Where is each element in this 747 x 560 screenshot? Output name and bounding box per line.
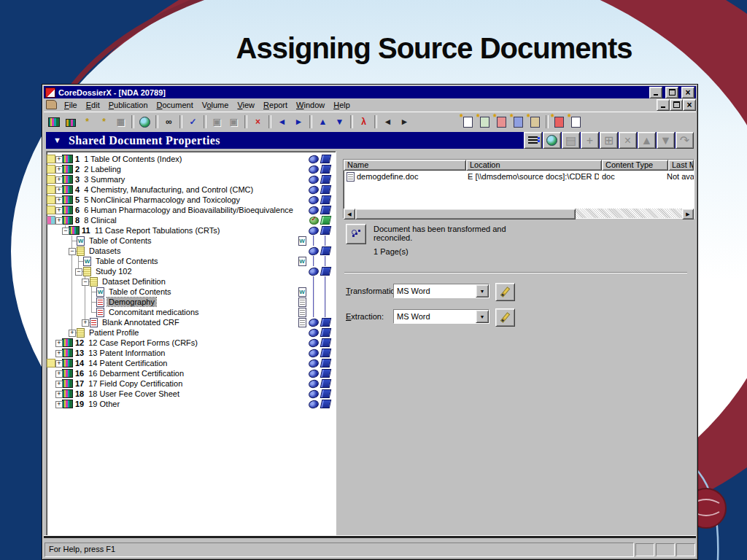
scrollbar-thumb[interactable] bbox=[355, 209, 576, 219]
expand-box[interactable]: + bbox=[69, 330, 76, 337]
tree-item[interactable]: +33 Summary bbox=[47, 174, 336, 184]
publish-globe-button[interactable] bbox=[136, 114, 153, 130]
move-right-button[interactable]: ► bbox=[290, 114, 307, 130]
tree-item[interactable]: −Study 102 bbox=[47, 266, 336, 276]
tree-item[interactable]: +Blank Annotated CRF bbox=[47, 317, 336, 327]
expand-box[interactable]: + bbox=[55, 391, 63, 398]
extraction-combobox[interactable]: MS Word ▼ bbox=[393, 309, 489, 324]
mdi-close-button[interactable]: × bbox=[683, 99, 696, 111]
new-text-doc-button[interactable] bbox=[460, 114, 476, 130]
expand-box[interactable]: + bbox=[55, 176, 63, 184]
tree-item-label[interactable]: Table of Contents bbox=[88, 236, 153, 245]
expand-box[interactable]: + bbox=[55, 156, 63, 163]
tree-item[interactable]: +44 Chemistry, Manufacturing, and Contro… bbox=[47, 184, 336, 195]
tree-item[interactable]: +1818 User Fee Cover Sheet bbox=[47, 389, 336, 399]
tree-item-label[interactable]: Datasets bbox=[88, 246, 122, 255]
column-header-content-type[interactable]: Content Type bbox=[602, 160, 668, 171]
collapse-box[interactable]: − bbox=[62, 228, 69, 235]
restore-button[interactable] bbox=[665, 87, 678, 98]
expand-box[interactable]: + bbox=[55, 166, 63, 174]
menu-document[interactable]: Document bbox=[152, 100, 198, 110]
tree-item-label[interactable]: 17 Field Copy Certification bbox=[87, 379, 184, 388]
menu-window[interactable]: Window bbox=[292, 100, 329, 110]
collapse-triangle-icon[interactable]: ▼ bbox=[53, 136, 61, 144]
tree-item-label[interactable]: 14 Patent Certification bbox=[87, 359, 169, 368]
menu-edit[interactable]: Edit bbox=[82, 100, 104, 110]
expand-box[interactable]: + bbox=[55, 187, 63, 194]
expand-box[interactable]: + bbox=[55, 360, 63, 368]
menu-report[interactable]: Report bbox=[259, 100, 292, 110]
expand-box[interactable]: + bbox=[55, 381, 63, 388]
title-bar[interactable]: CoreDossierX - [NDA 20789] × bbox=[44, 86, 696, 98]
tree-item-label[interactable]: 13 Patent Information bbox=[87, 349, 166, 357]
import-word-button[interactable] bbox=[568, 114, 584, 130]
splitter-bar[interactable] bbox=[44, 535, 696, 540]
collapse-box[interactable]: − bbox=[75, 268, 82, 276]
acrobat-button[interactable]: λ bbox=[355, 114, 372, 130]
add-volume-list-button[interactable]: * bbox=[96, 114, 112, 130]
library-button[interactable] bbox=[45, 114, 62, 130]
tree-item[interactable]: Table of Contents bbox=[47, 287, 336, 297]
column-header-location[interactable]: Location bbox=[466, 160, 602, 171]
add-document-list-button[interactable]: * bbox=[79, 114, 96, 130]
column-header-last-modified[interactable]: Last Modified bbox=[668, 160, 694, 171]
mdi-minimize-button[interactable] bbox=[657, 99, 670, 111]
web-view-button[interactable] bbox=[543, 132, 561, 149]
tree-item-label[interactable]: Demography bbox=[107, 298, 156, 306]
move-left-button[interactable]: ◄ bbox=[274, 114, 290, 130]
transformation-edit-button[interactable] bbox=[495, 283, 515, 301]
expand-box[interactable]: + bbox=[55, 340, 63, 347]
tree-item[interactable]: +Patient Profile bbox=[47, 327, 336, 338]
tree-item-label[interactable]: 16 Debarment Certification bbox=[87, 369, 185, 378]
tree-item-label[interactable]: 12 Case Report Forms (CRFs) bbox=[87, 338, 199, 347]
horizontal-scrollbar[interactable]: ◀ ▶ bbox=[344, 209, 694, 218]
move-down-button[interactable]: ▼ bbox=[331, 114, 348, 130]
tree-item-label[interactable]: 8 Clinical bbox=[82, 216, 118, 225]
scroll-right-button[interactable]: ▶ bbox=[682, 209, 694, 219]
tree-item-label[interactable]: 2 Labeling bbox=[82, 165, 123, 174]
expand-box[interactable]: + bbox=[55, 370, 63, 378]
tree-item-label[interactable]: 4 Chemistry, Manufacturing, and Control … bbox=[82, 185, 255, 194]
tree-item-label[interactable]: 5 NonClinical Pharmacology and Toxicolog… bbox=[82, 195, 241, 204]
tree-item-label[interactable]: Study 102 bbox=[94, 267, 133, 276]
move-up-button[interactable]: ▲ bbox=[314, 114, 331, 130]
tree-item-label[interactable]: Blank Annotated CRF bbox=[101, 318, 181, 327]
expand-box[interactable]: + bbox=[55, 207, 63, 214]
column-header-name[interactable]: Name bbox=[344, 160, 466, 171]
scrollbar-track[interactable] bbox=[576, 209, 682, 218]
menu-help[interactable]: Help bbox=[329, 100, 355, 110]
volume-books-button[interactable] bbox=[62, 114, 79, 130]
tree-item-label[interactable]: 11 Case Report Tabulations (CRTs) bbox=[93, 226, 222, 235]
tree-item-label[interactable]: 18 User Fee Cover Sheet bbox=[87, 389, 181, 398]
new-binary-doc-button[interactable] bbox=[510, 114, 527, 130]
tree-item[interactable]: +22 Labeling bbox=[47, 164, 336, 174]
tree-item-label[interactable]: Table of Contents bbox=[107, 287, 173, 296]
tree-item-label[interactable]: Dataset Definition bbox=[101, 277, 167, 286]
expand-box[interactable]: + bbox=[55, 401, 63, 408]
menu-publication[interactable]: Publication bbox=[104, 100, 152, 110]
transform-status-button[interactable] bbox=[346, 224, 366, 244]
collapse-box[interactable]: − bbox=[82, 279, 89, 286]
tree-item[interactable]: −Dataset Definition bbox=[47, 276, 336, 287]
expand-box[interactable]: + bbox=[82, 319, 89, 327]
delete-button[interactable]: × bbox=[249, 114, 266, 130]
tree-item[interactable]: +1717 Field Copy Certification bbox=[47, 378, 336, 389]
dropdown-arrow-icon[interactable]: ▼ bbox=[476, 310, 489, 323]
expand-box[interactable]: + bbox=[55, 350, 63, 357]
page-prev-button[interactable]: ◄ bbox=[379, 114, 396, 130]
new-image-doc-button[interactable] bbox=[476, 114, 493, 130]
tree-item[interactable]: +55 NonClinical Pharmacology and Toxicol… bbox=[47, 195, 336, 205]
close-button[interactable]: × bbox=[681, 87, 694, 98]
tree-item[interactable]: +11 Table Of Contents (Index) bbox=[47, 154, 336, 164]
tree-item[interactable]: Concomitant medications bbox=[47, 307, 336, 317]
source-document-list[interactable]: NameLocationContent TypeLast Modified de… bbox=[343, 159, 694, 219]
tree-item[interactable]: +1919 Other bbox=[47, 399, 336, 409]
document-tree-panel[interactable]: +11 Table Of Contents (Index)+22 Labelin… bbox=[46, 151, 336, 537]
scroll-left-button[interactable]: ◀ bbox=[344, 209, 355, 219]
find-binoculars-button[interactable]: ∞ bbox=[160, 114, 177, 130]
tree-item-label[interactable]: Concomitant medications bbox=[107, 308, 201, 316]
tree-item[interactable]: +66 Human Pharmacology and Bioavailabili… bbox=[47, 205, 336, 215]
tree-item[interactable]: +1313 Patent Information bbox=[47, 348, 336, 358]
import-pdf-button[interactable] bbox=[551, 114, 568, 130]
expand-box[interactable]: + bbox=[55, 197, 63, 204]
